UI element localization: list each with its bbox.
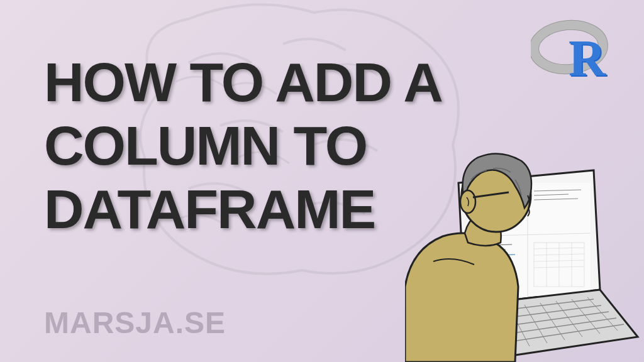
svg-point-30	[460, 190, 475, 213]
svg-text:R: R	[569, 30, 606, 82]
person-with-laptop-illustration	[405, 136, 644, 362]
title-line-3: DATAFRAME	[44, 177, 442, 241]
r-logo: R R	[531, 19, 613, 82]
website-watermark: MARSJA.SE	[44, 305, 226, 340]
title-line-1: HOW TO ADD A	[44, 50, 442, 114]
title-line-2: COLUMN TO	[44, 114, 442, 177]
main-title: HOW TO ADD A COLUMN TO DATAFRAME	[44, 50, 442, 241]
